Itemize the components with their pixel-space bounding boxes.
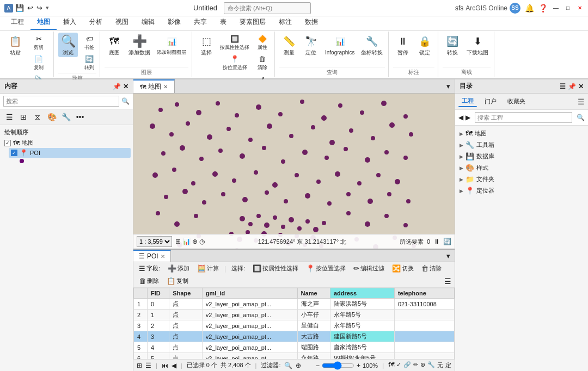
calculate-button[interactable]: 🧮 计算 [195,264,221,273]
list-view-icon[interactable]: ☰ [145,362,151,369]
locate-button[interactable]: 🔭 定位 [301,33,321,57]
col-header-name[interactable]: Name [297,288,330,299]
add-data-button[interactable]: ➕ 添加数据 [126,33,152,57]
status-icon3[interactable]: 🔗 [403,361,411,369]
sidebar-search-icon[interactable]: 🔍 [121,97,130,105]
filter-clear-icon[interactable]: ⊕ [296,362,301,369]
ribbon-tab-表[interactable]: 表 [213,15,233,30]
copy-row-button[interactable]: 📋 复制 [164,276,191,286]
catalog-item-样式[interactable]: ▶🎨样式 [457,162,586,174]
ribbon-tab-要素图层[interactable]: 要素图层 [233,15,272,30]
symbology-icon[interactable]: 🎨 [46,111,58,123]
clear-selection-button[interactable]: 🗑 清除 [253,53,271,72]
map-pause-icon[interactable]: ⏸ [433,238,440,245]
goto-button[interactable]: 🔄 转到 [82,53,96,72]
minimize-button[interactable]: — [552,4,560,12]
cut-button[interactable]: ✂ 剪切 [27,33,50,52]
convert-button[interactable]: 🔄 转换 [443,33,462,57]
user-avatar[interactable]: SS [510,3,520,14]
sidebar-close-icon[interactable]: ✕ [123,83,128,90]
customize-icon[interactable]: ▾ [46,4,49,11]
catalog-tab-project[interactable]: 工程 [458,96,477,107]
zoom-plus-btn[interactable]: + [357,362,360,369]
add-carto-layer-button[interactable]: 📊 添加制图图层 [155,33,188,57]
filter-icon[interactable]: 🔍 [284,362,292,369]
edit-filter-button[interactable]: ✏ 编辑过滤 [351,264,387,273]
lock-button[interactable]: 🔒 锁定 [415,33,434,57]
ribbon-tab-影像[interactable]: 影像 [161,15,187,30]
copy-button[interactable]: 📄 复制 [27,53,50,72]
catalog-forward-btn[interactable]: ▶ [465,114,470,121]
select-by-loc-table-button[interactable]: 📍 按位置选择 [304,264,348,273]
fields-button[interactable]: ☰ 字段: [137,264,162,273]
ribbon-tab-地图[interactable]: 地图 [30,15,57,30]
catalog-tab-portal[interactable]: 门户 [481,96,500,107]
map-tab-main[interactable]: 🗺 地图 ✕ [133,79,175,93]
ribbon-tab-工程[interactable]: 工程 [4,15,30,30]
status-icon5[interactable]: ⊛ [420,361,425,369]
pause-button[interactable]: ⏸ 暂停 [393,33,413,57]
sidebar-search-input[interactable] [3,96,119,107]
status-icon7[interactable]: 元 [437,361,443,369]
prev-page-btn[interactable]: ◀ [171,362,176,369]
bookmark-button[interactable]: 🏷 书签 [82,33,96,52]
switch-button[interactable]: 🔀 切换 [390,264,416,273]
layer-item-map[interactable]: ✓ 🗺 地图 [2,138,131,148]
layer-checkbox-poi[interactable]: ✓ [11,150,17,156]
zoom-slider-input[interactable] [322,362,354,369]
right-panel-pin-icon[interactable]: 📌 [568,83,576,90]
map-refresh-icon[interactable]: 🔄 [443,238,451,245]
table-row[interactable]: 21点v2_layer_poi_amap_pt...小车仔永年路5号 [134,310,455,320]
table-row[interactable]: 65点v2_layer_poi_amap_pt...永年路99振煌(永年5号 [134,353,455,360]
layer-list-icon[interactable]: ☰ [3,111,15,123]
map-nav-icon3[interactable]: ⊕ [192,238,198,245]
layer-checkbox-map[interactable]: ✓ [4,140,11,146]
sidebar-pin-icon[interactable]: 📌 [113,83,121,90]
infographics-button[interactable]: 📊 Infographics [323,33,357,57]
more-options-icon[interactable]: ••• [74,111,86,123]
col-header-gml_id[interactable]: gml_id [202,288,297,299]
ribbon-tab-编辑[interactable]: 编辑 [135,15,161,30]
download-map-button[interactable]: ⬇ 下载地图 [464,33,491,57]
status-icon6[interactable]: 🔧 [427,361,435,369]
status-icon4[interactable]: ✏ [413,361,418,369]
map-nav-icon4[interactable]: ◷ [199,238,205,245]
right-panel-menu-icon[interactable]: ☰ [560,83,566,90]
coord-transform-button[interactable]: 🔧 坐标转换 [359,33,385,57]
more-options-btn[interactable]: ☰ [444,277,451,286]
map-tab-close[interactable]: ✕ [163,84,168,90]
map-nav-icon2[interactable]: 📊 [182,238,191,245]
catalog-item-定位器[interactable]: ▶📍定位器 [457,185,586,196]
basemap-button[interactable]: 🗺 底图 [105,33,124,57]
browse-button[interactable]: 🔍 浏览 [58,33,78,57]
attr-tab-close[interactable]: ✕ [161,253,165,259]
clear-table-button[interactable]: 🗑 清除 [419,264,444,273]
table-row[interactable]: 10点v2_layer_poi_amap_pt...海之声陆家浜路5号021-3… [134,299,455,310]
add-field-button[interactable]: ➕ 添加 [166,264,192,273]
catalog-item-数据库[interactable]: ▶💾数据库 [457,151,586,162]
table-view-icon[interactable]: ⊞ [137,362,142,369]
select-button[interactable]: ⬚ 选择 [197,33,216,57]
catalog-back-btn[interactable]: ◀ [458,114,463,121]
col-header-row-num[interactable] [134,288,148,299]
undo-icon[interactable]: ↩ [27,4,33,12]
bell-icon[interactable]: 🔔 [525,4,534,13]
paste-button[interactable]: 📋 粘贴 [5,33,25,57]
ribbon-tab-视图[interactable]: 视图 [109,15,135,30]
map-nav-icon1[interactable]: ⊞ [175,238,181,245]
map-area-options[interactable]: ▾ [442,82,455,90]
catalog-search-icon[interactable]: 🔍 [577,114,585,121]
catalog-search-input[interactable] [475,112,572,123]
help-icon[interactable]: ❓ [538,4,548,13]
redo-icon[interactable]: ↪ [36,4,42,12]
properties-button[interactable]: 🔶 属性 [253,33,271,52]
col-header-telephone[interactable]: telephone [394,288,454,299]
ribbon-tab-插入[interactable]: 插入 [57,15,83,30]
right-panel-close-icon[interactable]: ✕ [578,83,584,90]
ribbon-tab-分析[interactable]: 分析 [83,15,109,30]
layer-item-poi[interactable]: ✓ 📍 POI [9,148,131,158]
attr-area-options[interactable]: ▾ [442,252,455,260]
select-by-attr-table-button[interactable]: 🔲 按属性性选择 [250,264,301,273]
attr-tab-poi[interactable]: ☰ POI ✕ [133,250,171,262]
first-page-btn[interactable]: ⏮ [162,362,168,369]
